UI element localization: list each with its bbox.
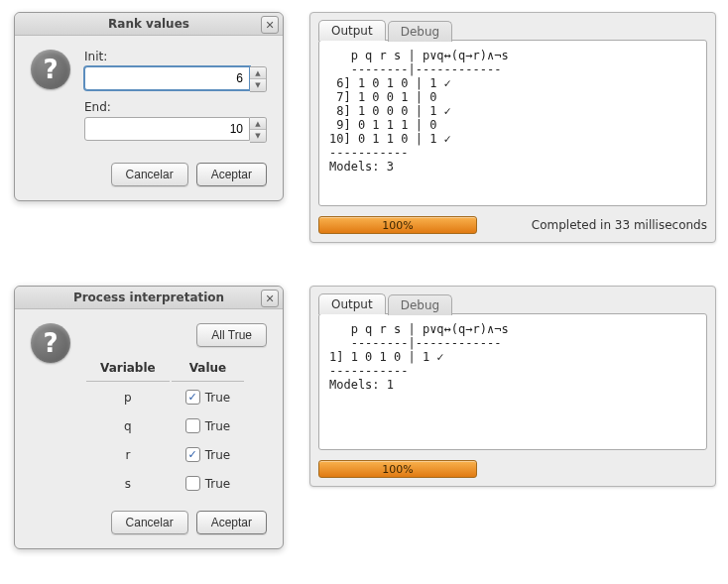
- table-row: sTrue: [86, 470, 244, 497]
- checkbox[interactable]: ✓: [185, 390, 200, 405]
- close-icon[interactable]: ✕: [261, 290, 279, 307]
- dialog-title: Rank values: [108, 17, 189, 31]
- form-area: Init: ▲ ▼ End: ▲ ▼: [84, 50, 267, 151]
- variable-name: q: [86, 412, 170, 439]
- button-row: Cancelar Aceptar: [15, 163, 283, 200]
- end-input[interactable]: [84, 117, 250, 141]
- checkbox[interactable]: ✓: [185, 447, 200, 462]
- init-spinner[interactable]: ▲ ▼: [250, 66, 267, 92]
- close-icon[interactable]: ✕: [261, 16, 279, 34]
- all-true-button[interactable]: All True: [196, 323, 267, 347]
- checkbox-label: True: [205, 448, 231, 462]
- status-text: Completed in 33 milliseconds: [532, 218, 707, 232]
- end-spinner[interactable]: ▲ ▼: [250, 117, 267, 143]
- spinner-down-icon[interactable]: ▼: [250, 79, 266, 91]
- progress-bar: 100%: [318, 216, 477, 234]
- table-row: r✓True: [86, 441, 244, 468]
- variable-name: p: [86, 384, 170, 410]
- tab-output[interactable]: Output: [318, 20, 386, 41]
- variable-name: r: [86, 441, 170, 468]
- dialog-body: ? Init: ▲ ▼ End: ▲ ▼: [15, 36, 283, 163]
- tab-output[interactable]: Output: [318, 293, 386, 314]
- accept-button[interactable]: Aceptar: [196, 163, 267, 186]
- variable-value-cell: ✓True: [172, 384, 245, 410]
- progress-bar: 100%: [318, 460, 477, 478]
- variable-value-cell: True: [172, 470, 245, 497]
- variable-table: Variable Value p✓TrueqTruer✓TruesTrue: [84, 353, 246, 499]
- table-row: p✓True: [86, 384, 244, 410]
- col-value: Value: [172, 355, 245, 382]
- output-panel-top: Output Debug p q r s | p∨q↔(q→r)∧¬s ----…: [309, 12, 716, 243]
- cancel-button[interactable]: Cancelar: [111, 511, 188, 534]
- tab-strip: Output Debug: [310, 287, 715, 313]
- end-label: End:: [84, 100, 267, 114]
- output-text: p q r s | p∨q↔(q→r)∧¬s --------|--------…: [318, 40, 707, 206]
- progress-label: 100%: [382, 219, 413, 232]
- spinner-down-icon[interactable]: ▼: [250, 130, 266, 142]
- init-input[interactable]: [84, 66, 250, 90]
- variable-value-cell: True: [172, 412, 245, 439]
- cancel-button[interactable]: Cancelar: [111, 163, 188, 186]
- rank-values-dialog: Rank values ✕ ? Init: ▲ ▼ End:: [14, 12, 284, 201]
- dialog-body: ? All True Variable Value p✓TrueqTruer✓T…: [15, 309, 283, 511]
- button-row: Cancelar Aceptar: [15, 511, 283, 548]
- help-icon: ?: [31, 323, 70, 363]
- checkbox-label: True: [205, 419, 231, 433]
- table-row: qTrue: [86, 412, 244, 439]
- tab-strip: Output Debug: [310, 13, 715, 40]
- tab-debug[interactable]: Debug: [388, 21, 452, 42]
- titlebar: Process interpretation ✕: [15, 287, 283, 309]
- checkbox-label: True: [205, 477, 231, 491]
- status-row: 100% Completed in 33 milliseconds: [310, 212, 715, 242]
- variable-value-cell: ✓True: [172, 441, 245, 468]
- checkbox-label: True: [205, 391, 231, 405]
- dialog-title: Process interpretation: [73, 291, 224, 304]
- form-area: All True Variable Value p✓TrueqTruer✓Tru…: [84, 323, 267, 499]
- process-interpretation-dialog: Process interpretation ✕ ? All True Vari…: [14, 286, 284, 549]
- spinner-up-icon[interactable]: ▲: [250, 67, 266, 79]
- checkbox[interactable]: [185, 418, 200, 433]
- output-text: p q r s | p∨q↔(q→r)∧¬s --------|--------…: [318, 313, 707, 450]
- variable-name: s: [86, 470, 170, 497]
- col-variable: Variable: [86, 355, 170, 382]
- checkbox[interactable]: [185, 476, 200, 491]
- help-icon: ?: [31, 50, 70, 89]
- spinner-up-icon[interactable]: ▲: [250, 118, 266, 130]
- tab-debug[interactable]: Debug: [388, 294, 452, 315]
- accept-button[interactable]: Aceptar: [196, 511, 267, 534]
- init-label: Init:: [84, 50, 267, 63]
- progress-label: 100%: [382, 463, 413, 476]
- status-row: 100%: [310, 456, 715, 486]
- titlebar: Rank values ✕: [15, 13, 283, 36]
- output-panel-bottom: Output Debug p q r s | p∨q↔(q→r)∧¬s ----…: [309, 286, 716, 487]
